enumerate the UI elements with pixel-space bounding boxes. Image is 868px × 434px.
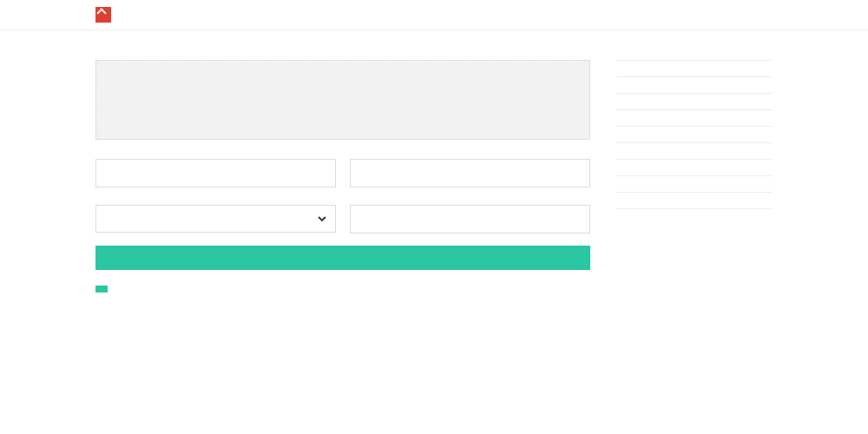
sidebar-item[interactable] [616, 127, 773, 143]
quality-input[interactable] [95, 159, 336, 187]
sidebar-item[interactable] [616, 77, 773, 94]
maxwh-input[interactable] [350, 205, 590, 233]
arrow-up-icon [95, 7, 111, 23]
dropzone[interactable] [95, 60, 590, 140]
sidebar [616, 44, 773, 293]
logo[interactable] [95, 7, 113, 23]
maxsize-input[interactable] [350, 159, 590, 187]
sidebar-item[interactable] [616, 160, 773, 176]
sidebar-item[interactable] [616, 193, 773, 209]
sidebar-item[interactable] [616, 61, 773, 77]
sidebar-item[interactable] [616, 44, 773, 61]
sidebar-item[interactable] [616, 176, 773, 193]
sidebar-item[interactable] [616, 94, 773, 110]
reset-button[interactable] [95, 286, 108, 293]
compress-button[interactable] [95, 246, 590, 270]
format-select[interactable] [95, 205, 336, 233]
sidebar-item[interactable] [616, 110, 773, 127]
sidebar-item[interactable] [616, 143, 773, 160]
